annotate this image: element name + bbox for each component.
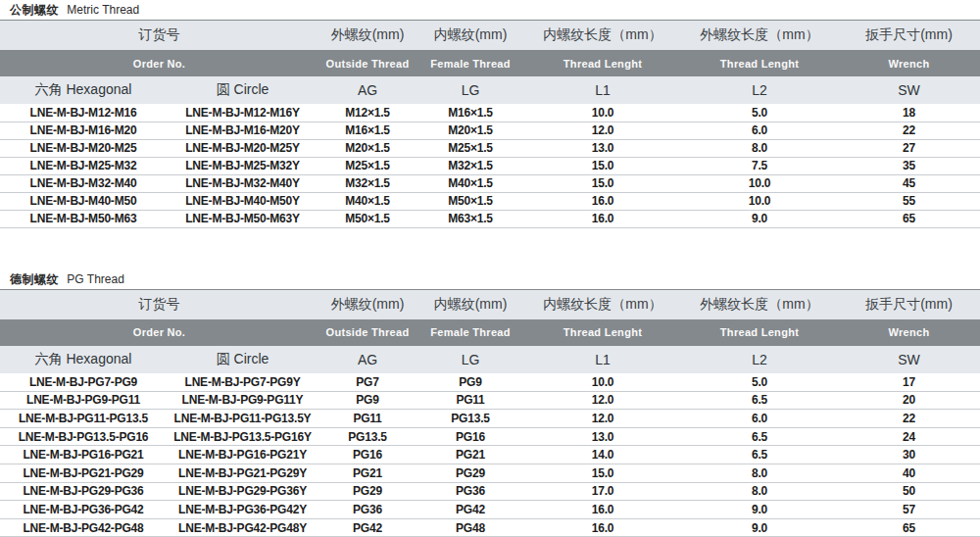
- cell-l1: 16.0: [524, 192, 681, 210]
- table-row: LNE-M-BJ-M12-M16 LNE-M-BJ-M12-M16Y M12×1…: [0, 104, 980, 122]
- cell-l2: 8.0: [681, 464, 838, 482]
- col-header-order-no-zh: 订货号: [0, 21, 318, 50]
- cell-sw: 57: [838, 501, 980, 519]
- cell-lg: PG9: [416, 373, 524, 392]
- col-header-female-thread-zh: 内螺纹(mm): [416, 21, 524, 50]
- cell-ag: PG42: [318, 518, 416, 537]
- col-subheader-ag: AG: [318, 76, 416, 104]
- cell-l1: 10.0: [524, 104, 681, 122]
- cell-order-hexagonal: LNE-M-BJ-M16-M20: [0, 122, 167, 139]
- cell-order-hexagonal: LNE-M-BJ-M32-M40: [0, 174, 167, 192]
- metric-table-body: LNE-M-BJ-M12-M16 LNE-M-BJ-M12-M16Y M12×1…: [0, 104, 980, 227]
- col-subheader-hexagonal: 六角 Hexagonal: [0, 346, 167, 373]
- cell-sw: 24: [838, 427, 980, 446]
- cell-order-hexagonal: LNE-M-BJ-PG29-PG36: [0, 482, 167, 501]
- cell-ag: M25×1.5: [318, 157, 416, 174]
- col-header-wrench-en: Wrench: [838, 50, 980, 76]
- cell-order-circle: LNE-M-BJ-M50-M63Y: [167, 210, 318, 227]
- metric-thread-section: 公制螺纹 Metric Thread 订货号 外螺纹(mm) 内螺纹(mm) 内…: [0, 0, 980, 228]
- cell-order-hexagonal: LNE-M-BJ-M12-M16: [0, 104, 167, 122]
- cell-order-circle: LNE-M-BJ-M16-M20Y: [167, 122, 318, 139]
- pg-table-header: 订货号 外螺纹(mm) 内螺纹(mm) 内螺纹长度（mm） 外螺纹长度（mm） …: [0, 290, 980, 373]
- pg-table-body: LNE-M-BJ-PG7-PG9 LNE-M-BJ-PG7-PG9Y PG7 P…: [0, 373, 980, 537]
- cell-l2: 6.5: [681, 446, 838, 464]
- cell-lg: M20×1.5: [416, 122, 524, 139]
- cell-ag: M32×1.5: [318, 174, 416, 192]
- cell-ag: PG9: [318, 391, 416, 410]
- cell-lg: PG13.5: [416, 410, 524, 428]
- cell-sw: 65: [838, 210, 980, 227]
- cell-lg: M40×1.5: [416, 174, 524, 192]
- table-row: LNE-M-BJ-PG36-PG42 LNE-M-BJ-PG36-PG42Y P…: [0, 501, 980, 519]
- cell-order-hexagonal: LNE-M-BJ-M25-M32: [0, 157, 167, 174]
- table-row: LNE-M-BJ-PG11-PG13.5 LNE-M-BJ-PG11-PG13.…: [0, 410, 980, 428]
- cell-sw: 17: [838, 373, 980, 392]
- cell-sw: 27: [838, 139, 980, 157]
- pg-thread-table: 订货号 外螺纹(mm) 内螺纹(mm) 内螺纹长度（mm） 外螺纹长度（mm） …: [0, 290, 980, 537]
- cell-sw: 30: [838, 446, 980, 464]
- cell-order-hexagonal: LNE-M-BJ-PG21-PG29: [0, 464, 167, 482]
- cell-ag: PG16: [318, 446, 416, 464]
- cell-ag: PG21: [318, 464, 416, 482]
- col-header-thread-length-l2-en: Thread Lenght: [681, 319, 838, 346]
- cell-order-circle: LNE-M-BJ-PG42-PG48Y: [167, 518, 318, 537]
- table-row: LNE-M-BJ-PG16-PG21 LNE-M-BJ-PG16-PG21Y P…: [0, 446, 980, 464]
- cell-sw: 35: [838, 157, 980, 174]
- col-subheader-sw: SW: [838, 76, 980, 104]
- table-row: LNE-M-BJ-M32-M40 LNE-M-BJ-M32-M40Y M32×1…: [0, 174, 980, 192]
- cell-ag: M16×1.5: [318, 122, 416, 139]
- col-subheader-sw: SW: [838, 346, 980, 373]
- cell-sw: 40: [838, 464, 980, 482]
- cell-lg: PG42: [416, 501, 524, 519]
- cell-lg: PG11: [416, 391, 524, 410]
- header-row-zh: 订货号 外螺纹(mm) 内螺纹(mm) 内螺纹长度（mm） 外螺纹长度（mm） …: [0, 21, 980, 50]
- cell-l2: 6.5: [681, 391, 838, 410]
- cell-lg: PG36: [416, 482, 524, 501]
- metric-title-en: Metric Thread: [67, 3, 139, 17]
- metric-table-header: 订货号 外螺纹(mm) 内螺纹(mm) 内螺纹长度（mm） 外螺纹长度（mm） …: [0, 21, 980, 104]
- cell-sw: 50: [838, 482, 980, 501]
- col-header-order-no-en: Order No.: [0, 50, 318, 76]
- cell-lg: PG48: [416, 518, 524, 537]
- pg-title-zh: 德制螺纹: [10, 272, 59, 286]
- metric-thread-table: 订货号 外螺纹(mm) 内螺纹(mm) 内螺纹长度（mm） 外螺纹长度（mm） …: [0, 21, 980, 228]
- cell-ag: PG36: [318, 501, 416, 519]
- col-header-thread-length-l1-en: Thread Lenght: [524, 319, 681, 346]
- cell-l1: 16.0: [524, 501, 681, 519]
- col-header-female-thread-en: Female Thread: [416, 50, 524, 76]
- metric-title-zh: 公制螺纹: [10, 3, 59, 17]
- cell-order-circle: LNE-M-BJ-PG21-PG29Y: [167, 464, 318, 482]
- table-row: LNE-M-BJ-M40-M50 LNE-M-BJ-M40-M50Y M40×1…: [0, 192, 980, 210]
- table-row: LNE-M-BJ-PG42-PG48 LNE-M-BJ-PG42-PG48Y P…: [0, 518, 980, 537]
- cell-lg: M25×1.5: [416, 139, 524, 157]
- cell-lg: PG16: [416, 427, 524, 446]
- cell-l1: 13.0: [524, 427, 681, 446]
- cell-l2: 8.0: [681, 139, 838, 157]
- cell-order-hexagonal: LNE-M-BJ-PG36-PG42: [0, 501, 167, 519]
- pg-thread-section: 德制螺纹 PG Thread 订货号 外螺纹(mm) 内螺纹(mm) 内螺纹长度…: [0, 269, 980, 537]
- cell-l1: 15.0: [524, 464, 681, 482]
- cell-order-hexagonal: LNE-M-BJ-M20-M25: [0, 139, 167, 157]
- col-header-thread-length-l1-zh: 内螺纹长度（mm）: [524, 21, 681, 50]
- cell-order-circle: LNE-M-BJ-PG9-PG11Y: [167, 391, 318, 410]
- cell-order-circle: LNE-M-BJ-PG16-PG21Y: [167, 446, 318, 464]
- cell-l1: 17.0: [524, 482, 681, 501]
- cell-l1: 15.0: [524, 174, 681, 192]
- table-row: LNE-M-BJ-M20-M25 LNE-M-BJ-M20-M25Y M20×1…: [0, 139, 980, 157]
- table-row: LNE-M-BJ-M25-M32 LNE-M-BJ-M25-M32Y M25×1…: [0, 157, 980, 174]
- col-header-thread-length-l2-zh: 外螺纹长度（mm）: [681, 290, 838, 319]
- cell-l2: 5.0: [681, 104, 838, 122]
- col-subheader-l1: L1: [524, 346, 681, 373]
- col-header-order-no-zh: 订货号: [0, 290, 318, 319]
- cell-l2: 6.0: [681, 410, 838, 428]
- col-header-outside-thread-zh: 外螺纹(mm): [318, 21, 416, 50]
- cell-l1: 15.0: [524, 157, 681, 174]
- cell-order-circle: LNE-M-BJ-PG7-PG9Y: [167, 373, 318, 392]
- cell-l2: 6.0: [681, 122, 838, 139]
- header-row-en: Order No. Outside Thread Female Thread T…: [0, 50, 980, 76]
- cell-l2: 10.0: [681, 174, 838, 192]
- cell-order-hexagonal: LNE-M-BJ-PG9-PG11: [0, 391, 167, 410]
- cell-order-circle: LNE-M-BJ-PG13.5-PG16Y: [167, 427, 318, 446]
- cell-sw: 20: [838, 391, 980, 410]
- col-header-wrench-zh: 扳手尺寸(mm): [838, 21, 980, 50]
